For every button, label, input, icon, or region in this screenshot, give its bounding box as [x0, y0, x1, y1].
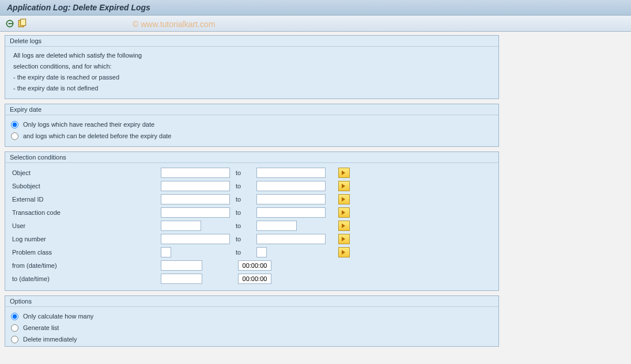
multiselect-externalid-button[interactable]	[338, 194, 350, 204]
row-problem-class: Problem class to	[11, 246, 493, 259]
execute-icon[interactable]	[5, 18, 15, 29]
radio-delete-immediately[interactable]: Delete immediately	[11, 333, 493, 345]
radio-generate-list[interactable]: Generate list	[11, 322, 493, 333]
toolbar	[0, 16, 631, 32]
row-object: Object to	[11, 166, 493, 179]
radio-generate-list-label: Generate list	[23, 322, 59, 333]
group-options: Options Only calculate how many Generate…	[5, 295, 499, 347]
radio-calc-only-input[interactable]	[11, 313, 18, 320]
label-user: User	[11, 222, 161, 229]
multiselect-user-button[interactable]	[338, 221, 350, 231]
radio-expiry-reached-input[interactable]	[11, 121, 18, 128]
input-to-time[interactable]	[238, 274, 271, 284]
radio-expiry-reached-label: Only logs which have reached their expir…	[23, 119, 154, 130]
delete-logs-desc-1: All logs are deleted which satisfy the f…	[11, 50, 493, 61]
input-problemclass-to[interactable]	[256, 247, 267, 257]
input-externalid-to[interactable]	[256, 194, 326, 204]
input-lognum-from[interactable]	[161, 234, 230, 244]
row-transaction-code: Transaction code to	[11, 206, 493, 219]
delete-logs-bullet-1: - the expiry date is reached or passed	[11, 72, 493, 83]
input-externalid-from[interactable]	[161, 194, 230, 204]
svg-point-1	[9, 22, 10, 24]
label-to-datetime: to (date/time)	[11, 275, 161, 282]
row-from-datetime: from (date/time)	[11, 259, 493, 272]
input-object-from[interactable]	[161, 168, 230, 178]
radio-calc-only[interactable]: Only calculate how many	[11, 310, 493, 322]
input-problemclass-from[interactable]	[161, 247, 171, 257]
multiselect-tcode-button[interactable]	[338, 207, 350, 218]
group-title-selection: Selection conditions	[5, 152, 498, 163]
main-area: Delete logs All logs are deleted which s…	[0, 32, 631, 363]
input-user-to[interactable]	[256, 221, 297, 231]
radio-calc-only-label: Only calculate how many	[23, 310, 93, 322]
delete-logs-desc-2: selection conditions, and for which:	[11, 61, 493, 72]
row-user: User to	[11, 219, 493, 232]
row-external-id: External ID to	[11, 193, 493, 206]
input-user-from[interactable]	[161, 221, 201, 231]
variants-icon[interactable]	[17, 18, 28, 29]
to-label: to	[236, 222, 256, 229]
label-from-datetime: from (date/time)	[11, 262, 161, 269]
radio-delete-immediately-label: Delete immediately	[23, 333, 77, 345]
input-from-date[interactable]	[161, 260, 202, 271]
label-problem-class: Problem class	[11, 249, 161, 256]
group-title-options: Options	[5, 296, 498, 307]
input-tcode-from[interactable]	[161, 207, 230, 218]
input-subobject-from[interactable]	[161, 181, 230, 191]
multiselect-subobject-button[interactable]	[338, 181, 350, 191]
multiselect-lognum-button[interactable]	[338, 234, 350, 244]
radio-expiry-before-input[interactable]	[11, 132, 18, 140]
input-object-to[interactable]	[256, 168, 326, 178]
to-label: to	[236, 236, 256, 242]
group-delete-logs: Delete logs All logs are deleted which s…	[5, 35, 499, 99]
row-log-number: Log number to	[11, 233, 493, 245]
group-title-expiry: Expiry date	[5, 104, 498, 115]
to-label: to	[236, 169, 256, 176]
label-object: Object	[11, 169, 161, 176]
label-external-id: External ID	[11, 196, 161, 203]
row-to-datetime: to (date/time)	[11, 272, 493, 285]
to-label: to	[236, 196, 256, 203]
label-transaction-code: Transaction code	[11, 209, 161, 216]
svg-rect-3	[21, 19, 26, 25]
to-label: to	[236, 183, 256, 189]
radio-generate-list-input[interactable]	[11, 324, 18, 332]
to-label: to	[236, 209, 256, 216]
page-title: Application Log: Delete Expired Logs	[0, 0, 631, 16]
input-to-date[interactable]	[161, 274, 202, 284]
label-log-number: Log number	[11, 236, 161, 242]
radio-delete-immediately-input[interactable]	[11, 336, 18, 343]
input-from-time[interactable]	[238, 260, 271, 271]
multiselect-object-button[interactable]	[338, 168, 350, 178]
input-subobject-to[interactable]	[256, 181, 326, 191]
delete-logs-bullet-2: - the expiry date is not defined	[11, 83, 493, 94]
radio-expiry-before[interactable]: and logs which can be deleted before the…	[11, 130, 493, 142]
input-tcode-to[interactable]	[256, 207, 326, 218]
radio-expiry-before-label: and logs which can be deleted before the…	[23, 130, 171, 142]
label-subobject: Subobject	[11, 183, 161, 189]
group-title-delete-logs: Delete logs	[5, 36, 498, 47]
multiselect-problemclass-button[interactable]	[338, 247, 350, 257]
radio-expiry-reached[interactable]: Only logs which have reached their expir…	[11, 119, 493, 130]
input-lognum-to[interactable]	[256, 234, 326, 244]
group-expiry-date: Expiry date Only logs which have reached…	[5, 104, 499, 147]
row-subobject: Subobject to	[11, 180, 493, 192]
group-selection-conditions: Selection conditions Object to Subobject…	[5, 151, 499, 291]
to-label: to	[236, 249, 256, 256]
